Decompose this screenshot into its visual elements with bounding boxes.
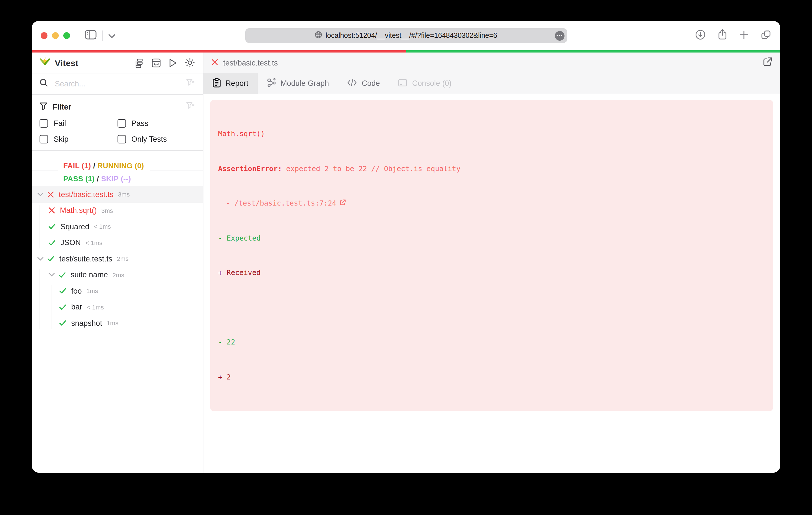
run-summary: FAIL (1) / RUNNING (0) PASS (1) / SKIP (… [32, 151, 203, 186]
search-row [32, 73, 203, 95]
checkbox-fail[interactable] [39, 119, 48, 128]
open-in-editor-icon[interactable] [763, 57, 773, 69]
filter-option-pass[interactable]: Pass [117, 119, 195, 128]
sidebar: Vitest [32, 53, 203, 473]
filter-section: Filter Fail [32, 95, 203, 151]
filter-option-skip[interactable]: Skip [39, 135, 117, 144]
tab-code[interactable]: Code [338, 73, 389, 94]
expand-tree-icon[interactable] [135, 58, 144, 67]
url-text: localhost:51204/__vitest__/#/?file=16484… [325, 32, 497, 39]
tree-item-test-json[interactable]: JSON < 1ms [32, 235, 203, 251]
running-count: RUNNING (0) [97, 161, 144, 170]
error-report-card: Math.sqrt() AssertionError: expected 2 t… [210, 100, 773, 411]
tree-item-test-squared[interactable]: Squared < 1ms [32, 218, 203, 235]
tab-report[interactable]: Report [203, 73, 257, 94]
diff-received-label: + Received [218, 267, 765, 279]
fail-icon [211, 58, 218, 68]
tree-item-test-bar[interactable]: bar < 1ms [32, 299, 203, 315]
search-input[interactable] [54, 79, 180, 89]
diff-expected-label: - Expected [218, 232, 765, 244]
view-tabs: Report Module Graph [203, 73, 780, 94]
file-header: test/basic.test.ts [203, 53, 780, 73]
fail-count: FAIL (1) [63, 161, 91, 170]
diff-expected-value: - 22 [218, 337, 765, 348]
sidebar-toggle-icon[interactable] [85, 30, 97, 41]
failed-test-name: Math.sqrt() [218, 128, 765, 140]
chevron-down-icon[interactable] [109, 30, 115, 41]
sidebar-header: Vitest [32, 53, 203, 73]
diff-blank-line [218, 302, 765, 313]
tab-module-graph[interactable]: Module Graph [257, 73, 338, 94]
filter-title: Filter [53, 103, 71, 111]
tree-item-test-snapshot[interactable]: snapshot 1ms [32, 315, 203, 331]
zoom-button[interactable] [63, 32, 70, 39]
new-tab-icon[interactable] [739, 30, 749, 41]
report-icon [212, 78, 221, 89]
clear-search-filter-icon[interactable] [186, 79, 195, 89]
progress-fail-segment [32, 50, 406, 53]
url-bar[interactable]: localhost:51204/__vitest__/#/?file=16484… [245, 28, 567, 43]
close-button[interactable] [41, 32, 48, 39]
filter-option-only-tests[interactable]: Only Tests [117, 135, 195, 144]
minimize-button[interactable] [52, 32, 59, 39]
tab-overview-icon[interactable] [761, 29, 771, 42]
theme-toggle-icon[interactable] [185, 58, 195, 68]
pass-icon [59, 304, 66, 310]
downloads-icon[interactable] [695, 29, 706, 42]
pass-icon [59, 288, 66, 294]
checkbox-only-tests[interactable] [117, 135, 126, 144]
test-tree: test/basic.test.ts 3ms Math.sqrt() 3ms [32, 186, 203, 473]
fail-icon [48, 191, 54, 198]
report-content: Math.sqrt() AssertionError: expected 2 t… [203, 94, 780, 473]
module-graph-icon [266, 78, 276, 89]
dashboard-icon[interactable] [151, 58, 161, 67]
code-icon [347, 78, 357, 88]
pass-icon [49, 224, 55, 230]
funnel-icon [39, 102, 48, 112]
traffic-lights [41, 32, 70, 39]
pass-icon [59, 272, 65, 278]
globe-icon [315, 30, 322, 41]
fail-icon [49, 208, 55, 214]
tab-console[interactable]: Console (0) [389, 73, 461, 94]
app-title: Vitest [55, 58, 79, 67]
chevron-down-icon[interactable] [49, 273, 55, 277]
vitest-logo-icon [39, 57, 50, 69]
pass-count: PASS (1) [63, 175, 95, 183]
progress-pass-segment [406, 50, 780, 53]
checkbox-pass[interactable] [117, 119, 126, 128]
pass-icon [49, 240, 55, 246]
assertion-error-line: AssertionError: expected 2 to be 22 // O… [218, 163, 765, 175]
checkbox-skip[interactable] [39, 135, 48, 144]
browser-toolbar: localhost:51204/__vitest__/#/?file=16484… [32, 21, 780, 50]
tree-item-test-foo[interactable]: foo 1ms [32, 283, 203, 299]
page-options-button[interactable] [555, 31, 564, 40]
open-file-name: test/basic.test.ts [223, 58, 278, 67]
share-icon[interactable] [718, 29, 727, 42]
search-icon [39, 79, 48, 89]
main-panel: test/basic.test.ts [203, 53, 780, 473]
test-progress-bar [32, 50, 780, 53]
tree-item-file-suite[interactable]: test/suite.test.ts 2ms [32, 251, 203, 267]
console-icon [398, 78, 408, 88]
toolbar-divider [102, 30, 103, 41]
pass-icon [59, 321, 66, 326]
tree-item-suite-name[interactable]: suite name 2ms [32, 267, 203, 283]
screen: localhost:51204/__vitest__/#/?file=16484… [0, 0, 812, 515]
pass-icon [48, 256, 54, 262]
tree-item-file-basic[interactable]: test/basic.test.ts 3ms [32, 186, 203, 203]
tree-item-test-mathsqrt[interactable]: Math.sqrt() 3ms [32, 203, 203, 218]
stack-trace-link[interactable]: - /test/basic.test.ts:7:24 [218, 198, 765, 209]
chevron-down-icon[interactable] [37, 257, 44, 261]
clear-filters-icon[interactable] [186, 102, 195, 112]
filter-option-fail[interactable]: Fail [39, 119, 117, 128]
run-all-icon[interactable] [168, 58, 177, 67]
diff-received-value: + 2 [218, 371, 765, 383]
skip-count: SKIP (--) [101, 175, 131, 183]
external-link-icon [340, 198, 346, 209]
chevron-down-icon[interactable] [37, 192, 44, 196]
browser-window: localhost:51204/__vitest__/#/?file=16484… [32, 21, 780, 473]
